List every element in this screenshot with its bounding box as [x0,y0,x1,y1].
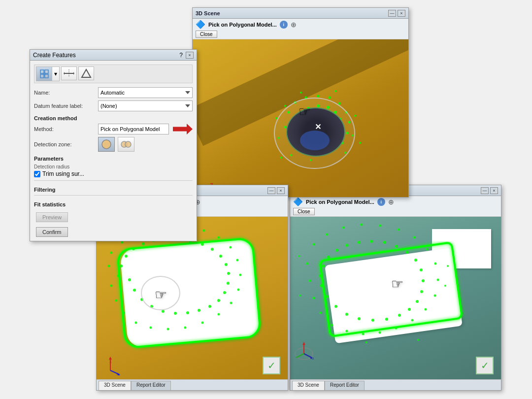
scene-top-minimize[interactable]: — [388,10,396,17]
svg-point-127 [408,308,411,311]
svg-point-73 [208,305,211,308]
cf-trim-checkbox[interactable] [34,171,40,177]
svg-point-37 [284,105,286,107]
svg-point-112 [319,274,322,277]
svg-point-66 [211,248,214,251]
svg-point-95 [236,259,239,262]
svg-point-17 [317,95,320,98]
cf-method-wrap: Pick on Polygonal Model [98,124,193,134]
scene-bl-tab-3dscene[interactable]: 3D Scene [99,381,131,390]
cf-dz-btn-multi[interactable] [118,137,134,152]
svg-point-54 [125,141,131,147]
scene-bottom-right-controls[interactable]: — × [481,187,498,194]
svg-point-151 [413,236,416,239]
scene-top-pin-icon[interactable]: ⊕ [291,21,297,29]
create-features-help[interactable]: ? [179,52,183,59]
svg-point-91 [218,313,220,316]
scene-top-titlebar: 3D Scene — × [193,8,408,19]
scene-bottom-left-close[interactable]: × [277,187,285,194]
svg-point-46 [43,72,46,75]
scene-br-tab-report[interactable]: Report Editor [325,381,365,390]
create-features-close[interactable]: × [186,52,194,59]
cf-name-select[interactable]: Automatic [98,87,193,98]
cf-fit-stats-section: Fit statistics [34,195,193,207]
scene-br-tab-bar: 3D Scene Report Editor [290,379,501,390]
scene-bl-tab-report[interactable]: Report Editor [131,381,171,390]
svg-point-153 [379,225,382,227]
svg-point-41 [359,142,361,144]
cf-method-select[interactable]: Pick on Polygonal Model [98,124,169,134]
create-features-body: ▾ Name: [30,61,197,241]
svg-point-113 [322,265,325,267]
scene-bottom-right-toolbar-title: Pick on Polygonal Model... [306,199,374,205]
scene-top-info-icon[interactable]: i [280,21,288,29]
cf-btn-arrows[interactable] [61,66,77,80]
cf-creation-method-header: Creation method [34,115,193,121]
cf-dz-btn-single[interactable] [98,137,115,152]
cf-detection-radius-label: Detection radius [34,164,193,169]
svg-point-52 [102,140,111,149]
cf-detection-zone-row: Detection zone: [34,137,193,152]
svg-text:Z: Z [312,357,314,360]
svg-point-117 [358,241,361,244]
svg-point-158 [298,255,300,257]
svg-line-169 [296,354,304,358]
svg-point-119 [383,241,386,244]
svg-point-75 [186,311,189,314]
scene-bottom-right-pin-icon[interactable]: ⊕ [388,198,394,206]
cf-btn-dropdown[interactable]: ▾ [52,67,59,81]
svg-point-155 [342,227,345,229]
scene-top-controls[interactable]: — × [388,10,405,17]
svg-point-98 [203,230,205,232]
cf-preview-btn[interactable]: Preview [36,212,68,222]
svg-point-72 [217,299,220,302]
svg-point-145 [411,319,414,322]
svg-marker-49 [73,72,74,75]
scene-bottom-left-minimize[interactable]: — [267,187,275,194]
svg-point-89 [184,327,187,329]
scene-bottom-right-info-icon[interactable]: i [377,198,385,206]
svg-point-132 [345,313,348,316]
svg-point-147 [434,295,436,297]
scene-bottom-right-close-btn[interactable]: Close [293,208,315,215]
multi-circle-icon [120,138,132,150]
scene-top-close[interactable]: × [398,10,405,17]
svg-point-162 [366,341,367,343]
triangle-icon [81,68,92,78]
scene-br-tab-3dscene[interactable]: 3D Scene [292,381,325,390]
svg-point-130 [371,319,374,322]
svg-point-70 [227,282,230,285]
svg-point-67 [219,255,222,258]
svg-point-103 [121,241,124,244]
scene-top-close-btn[interactable]: Close [196,31,217,38]
red-arrow-indicator [173,124,193,134]
scene-bottom-left-controls[interactable]: — × [267,187,285,194]
scene-br-green-dots [290,217,501,379]
cf-datum-select[interactable]: (None) [98,100,193,111]
svg-point-131 [358,317,361,320]
cf-confirm-btn[interactable]: Confirm [36,227,68,237]
svg-point-94 [239,274,242,276]
scene-top-toolbar: 🔷 Pick on Polygonal Model... i ⊕ Close [193,19,408,39]
svg-point-140 [331,324,333,327]
scene-top-xmark: ✕ [315,122,321,132]
svg-point-59 [132,247,135,250]
scene-bl-tab-bar: 3D Scene Report Editor [97,379,288,390]
svg-point-33 [354,115,356,117]
scene-br-axis: X Z [294,340,314,360]
cf-confirm-row: Confirm [34,227,193,237]
svg-point-163 [417,339,419,341]
svg-point-139 [320,312,322,314]
svg-point-114 [327,256,330,259]
cf-btn-triangle[interactable] [78,66,94,80]
svg-marker-48 [64,72,65,75]
svg-text:Z: Z [116,373,119,375]
svg-point-88 [167,328,169,331]
cf-name-row: Name: Automatic [34,87,193,98]
svg-point-57 [120,265,123,267]
cf-btn-grid[interactable] [36,67,52,81]
scene-bottom-right-minimize[interactable]: — [481,187,489,194]
svg-point-76 [174,312,177,315]
scene-bottom-right-close[interactable]: × [490,187,498,194]
create-features-dialog: Create Features ? × [30,49,197,241]
